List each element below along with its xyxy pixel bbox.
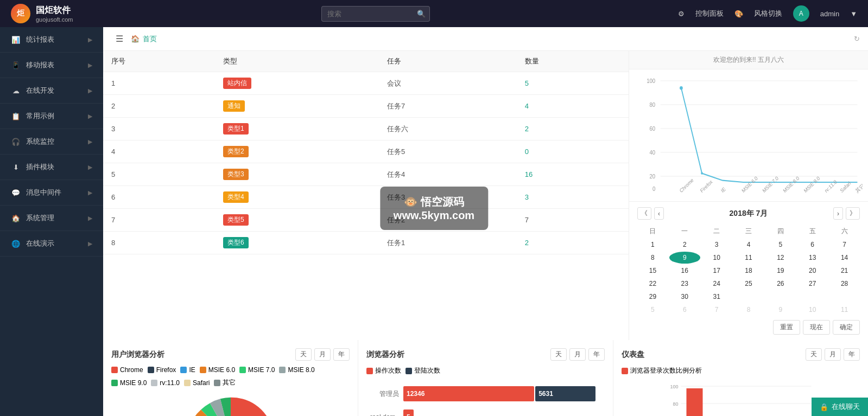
count-link[interactable]: 7 [525, 216, 529, 224]
tab-day-3[interactable]: 天 [806, 348, 822, 361]
bar-op-admin: 12346 [403, 386, 534, 401]
style-switch-link[interactable]: 风格切换 [754, 9, 782, 18]
cal-day[interactable]: 21 [829, 265, 860, 277]
count-link[interactable]: 0 [525, 148, 529, 156]
cal-reset-btn[interactable]: 重置 [773, 320, 800, 335]
cal-day-header: 四 [765, 225, 796, 238]
admin-dropdown-icon[interactable]: ▼ [850, 10, 857, 18]
dashboard-title: 仪表盘 [622, 350, 644, 360]
sidebar-item-sysmanage[interactable]: 🏠 系统管理 ▶ [0, 206, 103, 231]
count-link[interactable]: 2 [525, 125, 529, 133]
sidebar-item-plugin[interactable]: ⬇ 插件模块 ▶ [0, 155, 103, 180]
cal-day[interactable]: 18 [733, 265, 764, 277]
sidebar-item-dev[interactable]: ☁ 在线开发 ▶ [0, 78, 103, 104]
count-link[interactable]: 3 [525, 193, 529, 201]
admin-label[interactable]: admin [820, 10, 839, 18]
cal-day[interactable]: 13 [797, 252, 828, 264]
sidebar-item-demo[interactable]: 🌐 在线演示 ▶ [0, 231, 103, 257]
cal-day[interactable]: 10 [701, 252, 732, 264]
cal-day-other[interactable]: 7 [701, 304, 732, 316]
cal-confirm-btn[interactable]: 确定 [833, 320, 860, 335]
top-panels: 序号 类型 任务 数量 1 站内信 会议 5 2 通知 任务7 4 3 类型1 … [103, 51, 868, 340]
cal-day[interactable]: 25 [733, 278, 764, 290]
legend-dot-safari [184, 380, 191, 386]
sidebar-item-monitor[interactable]: 🎧 系统监控 ▶ [0, 129, 103, 155]
tab-month-3[interactable]: 月 [825, 348, 841, 361]
cal-day[interactable]: 8 [637, 252, 668, 264]
legend-msie8: MSIE 8.0 [279, 366, 314, 374]
cal-day-other[interactable]: 10 [797, 304, 828, 316]
cal-prev-month-btn[interactable]: ‹ [654, 207, 664, 220]
legend-label-chrome: Chrome [120, 366, 143, 374]
cal-day[interactable]: 19 [765, 265, 796, 277]
legend-ie: IE [180, 366, 195, 374]
cal-day[interactable]: 12 [765, 252, 796, 264]
cal-next-year-btn[interactable]: 》 [846, 207, 860, 220]
cal-day[interactable]: 22 [637, 278, 668, 290]
count-link[interactable]: 4 [525, 102, 529, 110]
cal-day[interactable]: 30 [669, 291, 700, 303]
svg-text:MSIE 8.0: MSIE 8.0 [782, 175, 800, 194]
sidebar-item-stats[interactable]: 📊 统计报表 ▶ [0, 27, 103, 53]
cal-day-other[interactable]: 9 [765, 304, 796, 316]
cal-day[interactable]: 1 [637, 239, 668, 251]
collapse-button[interactable]: ☰ [111, 33, 128, 45]
cal-day[interactable]: 7 [829, 239, 860, 251]
cal-day[interactable]: 2 [669, 239, 700, 251]
cal-day-other[interactable]: 11 [829, 304, 860, 316]
cal-day [765, 291, 796, 303]
cal-day[interactable]: 28 [829, 278, 860, 290]
tab-month-1[interactable]: 月 [314, 348, 331, 361]
cell-type: 类型5 [215, 209, 379, 232]
tab-month-2[interactable]: 月 [569, 348, 586, 361]
cell-no: 4 [103, 140, 215, 163]
settings-icon[interactable]: ⚙ [678, 10, 685, 18]
sidebar-item-example[interactable]: 📋 常用示例 ▶ [0, 104, 103, 129]
control-panel-link[interactable]: 控制面板 [695, 9, 724, 18]
tab-year-1[interactable]: 年 [333, 348, 350, 361]
cal-day[interactable]: 11 [733, 252, 764, 264]
refresh-icon[interactable]: ↻ [854, 35, 860, 43]
line-chart: 100 80 60 40 20 0 Chrome Firefox IE MSIE… [635, 75, 863, 194]
cal-now-btn[interactable]: 现在 [803, 320, 830, 335]
cal-day[interactable]: 4 [733, 239, 764, 251]
cal-day[interactable]: 27 [797, 278, 828, 290]
table-row: 3 类型1 任务六 2 [103, 118, 629, 140]
cal-day[interactable]: 5 [765, 239, 796, 251]
msg-icon: 💬 [11, 188, 21, 197]
online-chat-button[interactable]: 🔒 在线聊天 [812, 398, 868, 416]
cell-no: 6 [103, 186, 215, 209]
cal-day[interactable]: 23 [669, 278, 700, 290]
cal-day-other[interactable]: 5 [637, 304, 668, 316]
cal-day[interactable]: 29 [637, 291, 668, 303]
cal-day[interactable]: 31 [701, 291, 732, 303]
style-switch-icon[interactable]: 🎨 [734, 10, 743, 18]
avatar[interactable]: A [793, 5, 809, 22]
sidebar-item-msg[interactable]: 💬 消息中间件 ▶ [0, 180, 103, 206]
tab-day-1[interactable]: 天 [295, 348, 312, 361]
cal-day[interactable]: 17 [701, 265, 732, 277]
sidebar-item-mobile[interactable]: 📱 移动报表 ▶ [0, 53, 103, 78]
tab-year-3[interactable]: 年 [844, 348, 860, 361]
search-input[interactable] [321, 6, 430, 22]
cal-day[interactable]: 3 [701, 239, 732, 251]
tab-year-2[interactable]: 年 [588, 348, 605, 361]
count-link[interactable]: 2 [525, 239, 529, 247]
cal-day[interactable]: 15 [637, 265, 668, 277]
cal-day[interactable]: 9 [669, 252, 700, 264]
tab-day-2[interactable]: 天 [550, 348, 567, 361]
arrow-icon-7: ▶ [88, 189, 92, 196]
cal-day[interactable]: 6 [797, 239, 828, 251]
cal-day[interactable]: 14 [829, 252, 860, 264]
count-link[interactable]: 5 [525, 79, 529, 87]
cal-day[interactable]: 16 [669, 265, 700, 277]
cal-day-other[interactable]: 6 [669, 304, 700, 316]
cal-day[interactable]: 26 [765, 278, 796, 290]
cal-day[interactable]: 20 [797, 265, 828, 277]
cal-prev-year-btn[interactable]: 《 [637, 207, 651, 220]
cell-no: 8 [103, 232, 215, 254]
cal-day[interactable]: 24 [701, 278, 732, 290]
cal-next-month-btn[interactable]: › [833, 207, 843, 220]
count-link[interactable]: 16 [525, 170, 533, 178]
cal-day-other[interactable]: 8 [733, 304, 764, 316]
